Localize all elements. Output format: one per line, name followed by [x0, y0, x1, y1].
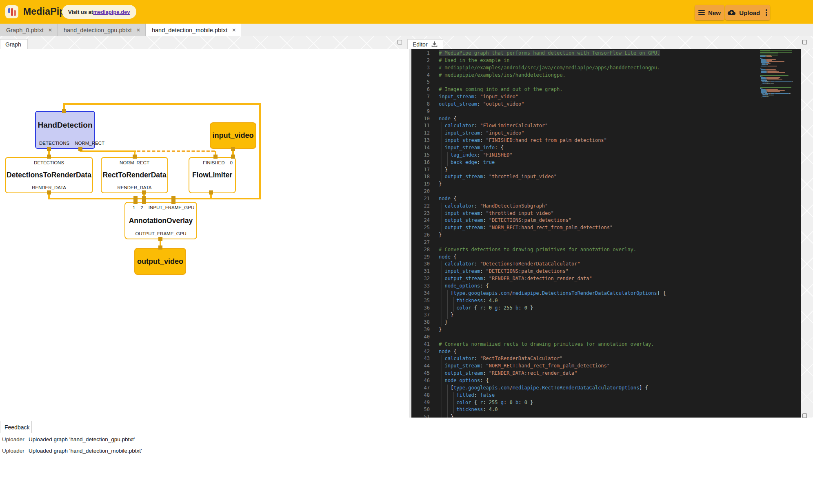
line-number: 8 [411, 101, 435, 108]
code-line [439, 188, 757, 195]
feedback-panel-tab[interactable]: Feedback [0, 421, 32, 433]
file-tab-Graph_0.pbtxt[interactable]: Graph_0.pbtxt✕ [0, 24, 58, 36]
line-number: 4 [411, 72, 435, 79]
minimap-line [760, 56, 766, 57]
code-line: # Images coming into and out of the grap… [439, 86, 757, 93]
code-line: input_stream: "DETECTIONS:palm_detection… [439, 268, 757, 275]
node-port-label: NORM_RECT [120, 160, 149, 165]
edge-connector [231, 147, 235, 151]
download-icon[interactable] [431, 41, 438, 48]
minimap-line [761, 66, 766, 66]
line-number: 18 [411, 173, 435, 181]
graph-edge [48, 198, 261, 199]
indent-guide [442, 122, 442, 130]
file-tab-label: hand_detection_mobile.pbtxt [152, 27, 227, 33]
minimap-line [760, 87, 791, 88]
graph-node-FlowLimiter[interactable]: FINISHED0FlowLimiter [189, 157, 236, 193]
code-line [439, 108, 757, 115]
code-line: output_stream: "output_video" [439, 101, 757, 108]
indent-guide [442, 217, 442, 224]
feedback-row: UploaderUploaded graph 'hand_detection_g… [0, 435, 490, 446]
line-number: 26 [411, 232, 435, 239]
line-number: 51 [411, 413, 435, 418]
graph-edge [63, 103, 261, 105]
feedback-log: UploaderUploaded graph 'hand_detection_g… [0, 435, 490, 458]
code-line: input_stream: "input_video" [439, 130, 757, 137]
indent-guide [453, 392, 454, 399]
line-number: 42 [411, 348, 435, 356]
graph-panel-popout-icon[interactable] [398, 40, 402, 44]
code-line: } [439, 312, 757, 319]
editor-panel-tab[interactable]: Editor [407, 39, 443, 49]
minimap-line [772, 95, 773, 95]
edge-connector [62, 109, 66, 113]
tab-close-icon[interactable]: ✕ [48, 28, 52, 33]
feedback-panel-popout-icon[interactable] [802, 413, 807, 418]
graph-node-AnnotationOverlay[interactable]: 12INPUT_FRAME_GPUAnnotationOverlayOUTPUT… [124, 202, 197, 239]
code-line: calculator: "FlowLimiterCalculator" [439, 122, 757, 130]
new-button[interactable]: New [695, 5, 724, 20]
indent-guide [442, 203, 442, 210]
line-number: 36 [411, 305, 435, 312]
minimap-line [762, 83, 764, 84]
graph-node-DetectionsToRenderData[interactable]: DETECTIONSDetectionsToRenderDataRENDER_D… [5, 157, 93, 193]
mediapipe-dev-link[interactable]: mediapipe.dev [93, 9, 130, 15]
indent-guide [442, 268, 442, 275]
line-number: 2 [411, 57, 435, 64]
code-line: node { [439, 348, 757, 356]
line-number: 9 [411, 108, 435, 115]
graph-node-output_video[interactable]: output_video [134, 248, 186, 275]
editor-minimap[interactable] [760, 50, 801, 417]
indent-guide [442, 363, 442, 370]
tab-close-icon[interactable]: ✕ [232, 28, 236, 33]
edge-connector [171, 196, 175, 200]
file-tab-hand_detection_mobile.pbtxt[interactable]: hand_detection_mobile.pbtxt✕ [146, 24, 241, 36]
tab-close-icon[interactable]: ✕ [136, 28, 140, 33]
node-port-label: 2 [140, 205, 143, 210]
edge-connector [133, 196, 138, 200]
code-line: calculator: "RectToRenderDataCalculator" [439, 355, 757, 363]
file-tab-hand_detection_gpu.pbtxt[interactable]: hand_detection_gpu.pbtxt✕ [58, 24, 146, 36]
menu-icon [698, 9, 705, 16]
line-number-gutter: 1234567891011121314151617181920212223242… [411, 50, 435, 418]
graph-node-HandDetection[interactable]: HandDetectionDETECTIONSNORM_RECT [35, 111, 95, 149]
indent-guide [442, 297, 442, 305]
minimap-line [760, 66, 760, 67]
code-editor[interactable]: 1234567891011121314151617181920212223242… [411, 49, 801, 418]
indent-guide [442, 370, 442, 377]
graph-panel-tab[interactable]: Graph [0, 39, 28, 49]
code-line: } [439, 232, 757, 239]
code-line: thickness: 4.0 [439, 406, 757, 413]
line-number: 48 [411, 392, 435, 399]
line-number: 23 [411, 210, 435, 217]
line-number: 46 [411, 377, 435, 385]
graph-edge [80, 150, 136, 152]
code-line: node_options: { [439, 377, 757, 385]
graph-node-RectToRenderData[interactable]: NORM_RECTRectToRenderDataRENDER_DATA [101, 157, 168, 193]
code-line: node_options: { [439, 283, 757, 290]
graph-node-input_video[interactable]: input_video [210, 122, 256, 149]
minimap-line [767, 61, 784, 62]
indent-guide [447, 406, 448, 413]
upload-button[interactable]: Upload [725, 5, 770, 20]
indent-guide [447, 305, 448, 312]
editor-panel-popout-icon[interactable] [802, 40, 807, 44]
line-number: 45 [411, 370, 435, 377]
minimap-line [775, 93, 789, 94]
upload-more-menu-icon[interactable] [765, 9, 768, 17]
minimap-line [773, 83, 774, 84]
line-number: 12 [411, 130, 435, 137]
file-tab-label: Graph_0.pbtxt [6, 27, 44, 33]
indent-guide [442, 305, 442, 312]
file-tab-label: hand_detection_gpu.pbtxt [64, 27, 132, 33]
minimap-line [761, 72, 766, 73]
indent-guide [442, 173, 442, 181]
indent-guide [442, 224, 442, 232]
code-line: node { [439, 254, 757, 261]
node-port-label: OUTPUT_FRAME_GPU [135, 231, 186, 236]
visit-us-chip: Visit us at mediapipe.dev [62, 5, 136, 19]
graph-canvas[interactable]: HandDetectionDETECTIONSNORM_RECTinput_vi… [0, 49, 409, 418]
edge-connector [142, 200, 146, 204]
right-gutter [801, 49, 813, 418]
indent-guide [442, 152, 442, 159]
